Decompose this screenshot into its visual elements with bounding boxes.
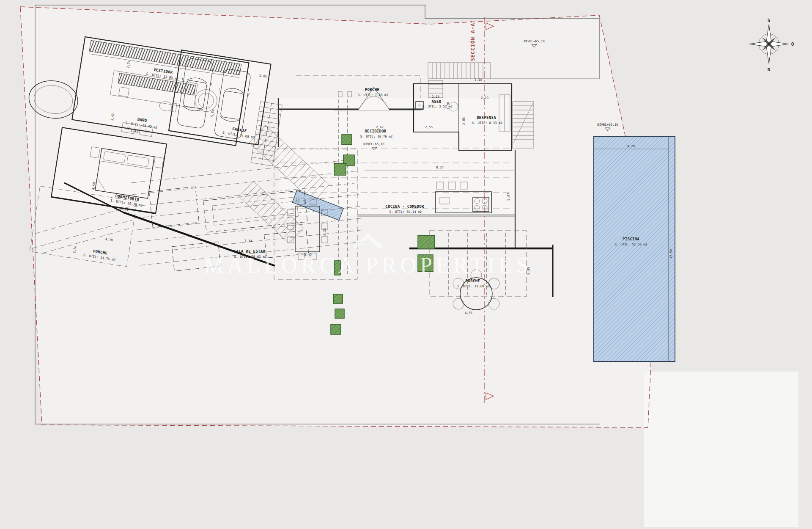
dim-120: 1,20 [446, 102, 450, 110]
floor-plan-sheet: VESTIDOR S. UTIL: 11.93 m2 BAÑO S. UTIL:… [0, 0, 812, 529]
level-recibidor: NIVEL+65,10 [363, 142, 384, 146]
dim-285: 2,85 [462, 117, 466, 125]
dim-507: 5,07 [507, 193, 510, 201]
planter [335, 309, 344, 318]
planter [334, 163, 346, 175]
compass-s: S [768, 18, 771, 23]
label-cocina-area: S. UTIL: 60.14 m2 [390, 210, 422, 214]
level-top-right: NIVEL+65,10 [524, 39, 545, 43]
dim-734: 7,34 [244, 239, 252, 243]
dim-267: 2,67 [376, 125, 384, 129]
label-recibidor-area: S. UTIL: 10.76 m2 [360, 135, 393, 138]
legend-wash [644, 372, 798, 527]
dim-210b: 2,10 [475, 78, 483, 82]
label-porche-din-area: S. UTIL: 18.60 m2 [458, 284, 490, 288]
label-porche-top-area: S. UTIL: 7.58 m2 [358, 93, 388, 97]
planter [333, 294, 343, 303]
label-cocina: COCINA - COMEDOR [385, 204, 424, 209]
dim-255: 2,55 [425, 125, 433, 129]
planter-large [418, 235, 435, 249]
label-despensa-area: S. UTIL: 8.33 m2 [472, 121, 502, 125]
dim-270: 2,70 [481, 96, 489, 100]
label-despensa: DESPENSA [477, 116, 496, 120]
label-recibidor: RECIBIDOR [365, 129, 387, 133]
dim-1250: 12,50 [669, 249, 673, 259]
label-piscina-area: S. UTIL: 52.50 m2 [615, 242, 647, 246]
dim-210a: 2,10 [432, 95, 440, 99]
planter [342, 135, 352, 145]
compass-n: N [768, 67, 771, 72]
section-label: SECCIÓN A-A' [469, 19, 476, 61]
compass-icon: S O N [749, 18, 794, 72]
dim-827: 8,27 [436, 165, 444, 169]
dim-923: 9,23 [323, 228, 326, 236]
planter [331, 324, 341, 334]
dim-456: 4,56 [465, 311, 473, 315]
level-pool: NIVEL+65,10 [597, 123, 618, 127]
dim-429: 4,29 [627, 144, 635, 148]
label-aseo: ASEO [432, 99, 442, 104]
pool: 4,29 12,50 PISCINA S. UTIL: 52.50 m2 [594, 136, 675, 361]
label-piscina: PISCINA [623, 237, 639, 241]
compass-o: O [791, 41, 794, 47]
floor-plan-drawing: VESTIDOR S. UTIL: 11.93 m2 BAÑO S. UTIL:… [0, 0, 812, 529]
watermark-text: MALLORCA PROPERTIES [204, 253, 532, 277]
label-porche-din: PORCHE [466, 279, 480, 283]
